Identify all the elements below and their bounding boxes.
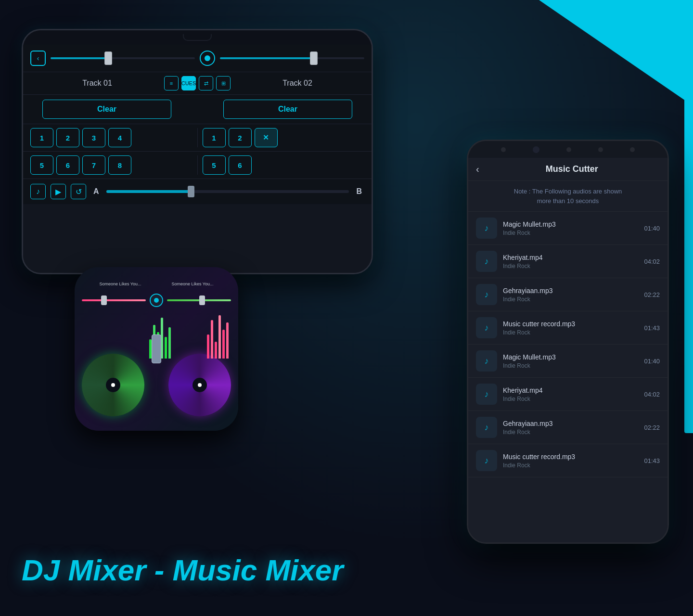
dj-top-row: ‹ — [23, 45, 372, 72]
music-note-icon: ♪ — [485, 356, 489, 366]
song-list-item[interactable]: ♪ Magic Mullet.mp3 Indie Rock 01:40 — [468, 212, 667, 245]
eq-bar-r6 — [226, 322, 229, 359]
song-duration: 04:02 — [644, 391, 660, 398]
song-list-item[interactable]: ♪ Music cutter record.mp3 Indie Rock 01:… — [468, 444, 667, 477]
song-genre: Indie Rock — [503, 329, 638, 336]
song-list-item[interactable]: ♪ Gehrayiaan.mp3 Indie Rock 02:22 — [468, 411, 667, 444]
cutter-back-icon: ‹ — [476, 164, 479, 175]
dj-progress-fill — [106, 190, 192, 193]
dj-slider-left-container — [51, 57, 195, 59]
song-genre: Indie Rock — [503, 396, 638, 402]
dj-cues-button[interactable]: CUES — [181, 76, 196, 90]
dj-pad-group-right-row2: 5 6 — [203, 155, 365, 175]
dj-progress-bar[interactable] — [106, 190, 349, 193]
track1-label: Track 01 — [30, 79, 164, 88]
dj-controls-center: ≡ CUES ⇄ ⊞ — [164, 76, 231, 90]
dj-pad-8[interactable]: 8 — [108, 155, 131, 175]
eq-bar-l6 — [168, 327, 171, 359]
icon-label-right: Someone Likes You... — [171, 282, 213, 286]
dj-pad-r5[interactable]: 5 — [203, 155, 226, 175]
vinyl-center-right — [192, 378, 207, 392]
song-info: Magic Mullet.mp3 Indie Rock — [503, 353, 638, 369]
dj-pad-3[interactable]: 3 — [82, 128, 105, 147]
dj-repeat-icon-btn[interactable]: ↺ — [71, 184, 86, 199]
eq-bar-r1 — [207, 334, 209, 359]
dj-grid-button[interactable]: ⊞ — [216, 76, 231, 90]
dj-slider-right-container — [220, 57, 364, 59]
song-list-item[interactable]: ♪ Kheriyat.mp4 Indie Rock 04:02 — [468, 245, 667, 278]
song-info: Magic Mullet.mp3 Indie Rock — [503, 220, 638, 236]
music-note-icon: ♪ — [485, 223, 489, 233]
dj-play-icon-btn[interactable]: ▶ — [51, 184, 66, 199]
dj-record-button[interactable] — [200, 51, 215, 66]
eq-bar-r5 — [222, 330, 225, 359]
cutter-header: ‹ Music Cutter — [468, 158, 667, 181]
dj-tracks-row: Track 01 ≡ CUES ⇄ ⊞ Track 02 — [23, 72, 372, 95]
cutter-back-button[interactable]: ‹ — [476, 164, 479, 175]
clear-track2-button[interactable]: Clear — [223, 100, 352, 119]
dj-back-button[interactable]: ‹ — [30, 51, 46, 66]
dj-pad-r1[interactable]: 1 — [203, 128, 226, 147]
cyan-triangle-decoration — [539, 0, 693, 106]
eq-bar-l5 — [165, 337, 167, 359]
notch-dot-right3 — [630, 147, 635, 152]
vinyl-center-dot-right — [198, 383, 202, 387]
song-name: Music cutter record.mp3 — [503, 453, 638, 461]
clear-track1-button[interactable]: Clear — [42, 100, 171, 119]
song-info: Music cutter record.mp3 Indie Rock — [503, 320, 638, 336]
notch-dot-left — [501, 147, 506, 152]
vinyl-disc-right — [168, 354, 231, 416]
song-icon: ♪ — [476, 450, 497, 471]
song-icon: ♪ — [476, 417, 497, 438]
song-duration: 02:22 — [644, 291, 660, 298]
icon-label-left: Someone Likes You... — [99, 282, 141, 286]
icon-slider-line-green — [167, 299, 231, 301]
music-note-icon: ♪ — [485, 257, 489, 267]
dj-pad-2[interactable]: 2 — [56, 128, 79, 147]
song-info: Gehrayiaan.mp3 Indie Rock — [503, 420, 638, 436]
dj-slider-left[interactable] — [51, 57, 195, 59]
dj-slider-right[interactable] — [220, 57, 364, 59]
icon-slider-knob-right — [199, 295, 205, 305]
vinyl-disc-left — [82, 354, 144, 416]
dj-progress-thumb — [188, 186, 194, 197]
dj-pad-4[interactable]: 4 — [108, 128, 131, 147]
b-label: B — [354, 187, 364, 196]
notch-dot-right2 — [598, 147, 603, 152]
dj-phone-notch-area — [23, 30, 372, 45]
app-icon-bg: Someone Likes You... Someone Likes You..… — [75, 267, 238, 431]
song-genre: Indie Rock — [503, 296, 638, 303]
crossfader-handle — [152, 334, 161, 363]
icon-record-inner — [154, 298, 159, 303]
dj-pad-r3-special[interactable]: ✕ — [255, 128, 278, 147]
song-list-item[interactable]: ♪ Magic Mullet.mp3 Indie Rock 01:40 — [468, 345, 667, 378]
song-icon: ♪ — [476, 317, 497, 338]
a-label: A — [91, 187, 102, 196]
song-info: Music cutter record.mp3 Indie Rock — [503, 453, 638, 469]
dj-pads-row1: 1 2 3 4 1 2 ✕ — [23, 124, 372, 152]
song-duration: 04:02 — [644, 258, 660, 265]
song-list-item[interactable]: ♪ Gehrayiaan.mp3 Indie Rock 02:22 — [468, 278, 667, 311]
song-list-item[interactable]: ♪ Kheriyat.mp4 Indie Rock 04:02 — [468, 378, 667, 411]
song-name: Gehrayiaan.mp3 — [503, 287, 638, 295]
dj-shuffle-button[interactable]: ⇄ — [199, 76, 213, 90]
icon-labels: Someone Likes You... Someone Likes You..… — [75, 282, 238, 286]
song-name: Magic Mullet.mp3 — [503, 220, 638, 228]
song-list-item[interactable]: ♪ Music cutter record.mp3 Indie Rock 01:… — [468, 311, 667, 345]
dj-pad-r6[interactable]: 6 — [229, 155, 252, 175]
dj-clear-row: Clear Clear — [23, 95, 372, 124]
song-name: Gehrayiaan.mp3 — [503, 420, 638, 427]
dj-pad-6[interactable]: 6 — [56, 155, 79, 175]
dj-pad-5[interactable]: 5 — [30, 155, 53, 175]
dj-eq-button[interactable]: ≡ — [164, 76, 179, 90]
dj-music-icon-btn[interactable]: ♪ — [30, 184, 46, 199]
notch-dot-center — [533, 146, 539, 153]
song-name: Magic Mullet.mp3 — [503, 353, 638, 361]
dj-pad-7[interactable]: 7 — [82, 155, 105, 175]
dj-pad-1[interactable]: 1 — [30, 128, 53, 147]
dj-pad-r2[interactable]: 2 — [229, 128, 252, 147]
eq-bar-r2 — [211, 320, 213, 359]
song-duration: 01:40 — [644, 358, 660, 365]
song-genre: Indie Rock — [503, 230, 638, 236]
song-icon: ♪ — [476, 251, 497, 272]
